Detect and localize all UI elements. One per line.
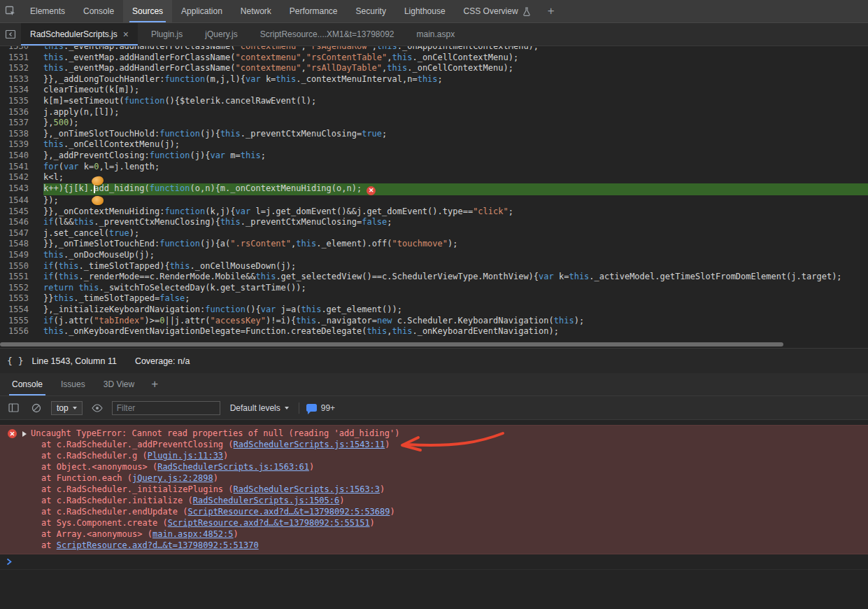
drawer-tab-3d-view[interactable]: 3D View (94, 373, 143, 396)
log-levels-dropdown[interactable]: Default levels (227, 403, 292, 413)
code-line-1549[interactable]: 1549this._onDocMouseUp(j); (0, 250, 868, 261)
stack-frame-link[interactable]: jQuery.js:2:2898 (132, 473, 213, 483)
code-line-1532[interactable]: 1532this._eventMap.addHandlerForClassNam… (0, 63, 868, 74)
close-tab-icon[interactable]: × (123, 29, 129, 39)
line-number[interactable]: 1553 (0, 293, 43, 304)
line-number[interactable]: 1530 (0, 46, 43, 52)
line-number[interactable]: 1552 (0, 283, 43, 294)
stack-frame-link[interactable]: RadSchedulerScripts.js:1563:61 (157, 462, 309, 472)
file-tab-jquery-js[interactable]: jQuery.js (196, 23, 246, 46)
line-number[interactable]: 1554 (0, 304, 43, 316)
line-number[interactable]: 1537 (0, 118, 43, 129)
panel-tab-sources[interactable]: Sources (123, 0, 172, 22)
code-line-1550[interactable]: 1550if(this._timeSlotTapped){this._onCel… (0, 261, 868, 272)
code-line-1552[interactable]: 1552return this._switchToSelectedDay(k.g… (0, 283, 868, 294)
code-line-1543[interactable]: 1543k++){j[k].add_hiding(function(o,n){m… (0, 183, 868, 195)
code-line-1554[interactable]: 1554},_initializeKeyboardNavigation:func… (0, 304, 868, 316)
error-message-row[interactable]: ✕ Uncaught TypeError: Cannot read proper… (0, 428, 868, 439)
line-number[interactable]: 1546 (0, 217, 43, 228)
line-number[interactable]: 1555 (0, 316, 43, 327)
code-line-1537[interactable]: 1537},500); (0, 118, 868, 129)
stack-frame-link[interactable]: ScriptResource.axd?d…&t=13798092:5:55151 (168, 518, 370, 528)
line-number[interactable]: 1547 (0, 228, 43, 239)
console-sidebar-icon[interactable] (5, 396, 22, 419)
code-line-1534[interactable]: 1534clearTimeout(k[m]); (0, 85, 868, 96)
panel-tab-application[interactable]: Application (172, 0, 232, 22)
line-number[interactable]: 1536 (0, 107, 43, 118)
line-number[interactable]: 1549 (0, 250, 43, 261)
issues-counter[interactable]: 99+ (306, 403, 335, 413)
stack-frame-link[interactable]: main.aspx:4852:5 (152, 529, 234, 539)
panel-tab-network[interactable]: Network (232, 0, 280, 22)
line-number[interactable]: 1539 (0, 139, 43, 150)
code-line-1535[interactable]: 1535k[m]=setTimeout(function(){$telerik.… (0, 96, 868, 107)
stack-frame-link[interactable]: RadSchedulerScripts.js:1563:3 (234, 484, 380, 494)
file-tab-plugin-js[interactable]: Plugin.js (142, 23, 192, 46)
code-line-1536[interactable]: 1536j.apply(n,[l]); (0, 107, 868, 118)
line-number[interactable]: 1544 (0, 195, 43, 206)
scrollbar-thumb[interactable] (0, 342, 783, 346)
panel-tab-css-overview[interactable]: CSS Overview (455, 0, 540, 22)
console-prompt[interactable] (0, 554, 868, 570)
live-expression-icon[interactable] (90, 396, 105, 419)
stack-frame-link[interactable]: RadSchedulerScripts.js:1543:11 (234, 440, 385, 449)
stack-frame-link[interactable]: ScriptResource.axd?d…&t=13798092:5:51370 (57, 540, 259, 550)
line-number[interactable]: 1534 (0, 85, 43, 96)
navigator-toggle-icon[interactable] (0, 23, 21, 46)
pretty-print-icon[interactable]: { } (7, 356, 23, 366)
console-filter-input[interactable] (112, 401, 220, 415)
line-number[interactable]: 1543 (0, 183, 43, 195)
code-line-1531[interactable]: 1531this._eventMap.addHandlerForClassNam… (0, 52, 868, 64)
code-line-1540[interactable]: 1540},_addPreventClosing:function(j){var… (0, 150, 868, 162)
stack-frame-link[interactable]: Plugin.js:11:33 (148, 451, 223, 461)
code-line-1548[interactable]: 1548}},_onTimeSlotTouchEnd:function(j){a… (0, 239, 868, 250)
line-number[interactable]: 1531 (0, 52, 43, 64)
line-number[interactable]: 1532 (0, 63, 43, 74)
panel-tab-security[interactable]: Security (347, 0, 395, 22)
panel-tab-performance[interactable]: Performance (280, 0, 347, 22)
line-number[interactable]: 1538 (0, 129, 43, 140)
file-tab-radschedulerscripts-js[interactable]: RadSchedulerScripts.js× (21, 23, 138, 46)
expand-triangle-icon[interactable] (22, 431, 27, 437)
line-number[interactable]: 1550 (0, 261, 43, 272)
context-selector[interactable]: top (51, 401, 83, 415)
inspect-icon[interactable] (0, 0, 21, 22)
code-line-1555[interactable]: 1555if(j.attr("tabIndex")>=0||j.attr("ac… (0, 316, 868, 327)
clear-console-icon[interactable] (29, 396, 44, 419)
line-number[interactable]: 1541 (0, 162, 43, 173)
panel-tab-console[interactable]: Console (74, 0, 123, 22)
code-line-1551[interactable]: 1551if(this._renderMode==c.RenderMode.Mo… (0, 272, 868, 283)
line-number[interactable]: 1545 (0, 206, 43, 218)
line-number[interactable]: 1551 (0, 272, 43, 283)
line-number[interactable]: 1542 (0, 172, 43, 183)
code-line-1541[interactable]: 1541for(var k=0,l=j.length; (0, 162, 868, 173)
line-number[interactable]: 1556 (0, 326, 43, 337)
panel-tab-elements[interactable]: Elements (21, 0, 74, 22)
code-line-1539[interactable]: 1539this._onCellContextMenu(j); (0, 139, 868, 150)
code-line-1553[interactable]: 1553}}this._timeSlotTapped=false; (0, 293, 868, 304)
more-panels-icon[interactable]: + (540, 0, 562, 22)
file-tab-scriptresource-xm1-t-13798092[interactable]: ScriptResource....XM1&t=13798092 (251, 23, 404, 46)
code-line-1533[interactable]: 1533}},_addLongTouchHandler:function(m,j… (0, 74, 868, 85)
line-number[interactable]: 1548 (0, 239, 43, 250)
file-tab-main-aspx[interactable]: main.aspx (408, 23, 464, 46)
code-line-1530[interactable]: 1530this._eventMap.addHandlerForClassNam… (0, 46, 868, 52)
add-drawer-tab-icon[interactable]: + (143, 373, 166, 396)
code-line-1542[interactable]: 1542k<l; (0, 172, 868, 183)
code-line-1546[interactable]: 1546if(l&&this._preventCtxMenuClosing){t… (0, 217, 868, 228)
drawer-tab-issues[interactable]: Issues (52, 373, 94, 396)
editor-horizontal-scrollbar[interactable] (0, 341, 868, 348)
stack-frame-link[interactable]: RadSchedulerScripts.js:1505:6 (193, 496, 340, 505)
line-number[interactable]: 1535 (0, 96, 43, 107)
line-number[interactable]: 1533 (0, 74, 43, 85)
code-line-1544[interactable]: 1544}); (0, 195, 868, 206)
source-editor[interactable]: 1530this._eventMap.addHandlerForClassNam… (0, 46, 868, 341)
line-number[interactable]: 1540 (0, 150, 43, 162)
code-line-1545[interactable]: 1545}},_onContextMenuHiding:function(k,j… (0, 206, 868, 218)
code-line-1556[interactable]: 1556this._onKeyboardEventNavigationDeleg… (0, 326, 868, 337)
code-line-1547[interactable]: 1547j.set_cancel(true); (0, 228, 868, 239)
stack-frame-link[interactable]: ScriptResource.axd?d…&t=13798092:5:53689 (188, 507, 390, 517)
drawer-tab-console[interactable]: Console (3, 373, 52, 396)
code-line-1538[interactable]: 1538},_onTimeSlotTouchHold:function(j){t… (0, 129, 868, 140)
panel-tab-lighthouse[interactable]: Lighthouse (395, 0, 455, 22)
